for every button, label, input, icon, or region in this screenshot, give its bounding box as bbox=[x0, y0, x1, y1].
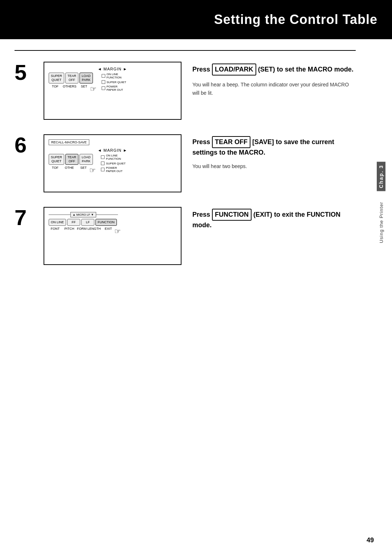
micro-lf-label: ▲ MICRO LF ▼ bbox=[70, 212, 96, 217]
label-font-7: FONT bbox=[49, 227, 62, 236]
indicator-label-online-5: ON LINEFUNCTION bbox=[107, 73, 122, 79]
recall-label: RECALL-MACRO-SAVE bbox=[49, 139, 89, 145]
step-6-text: Press TEAR OFF [SAVE] to save the curren… bbox=[192, 134, 356, 171]
tearoff-highlight: TEAR OFF bbox=[212, 136, 250, 148]
margin-label-6: ◄ MARGIN ► bbox=[49, 148, 176, 152]
step5-indicators: ON LINEFUNCTION SUPER QUIET POWERPAPER O… bbox=[102, 73, 126, 91]
label-pitch-7: PITCH bbox=[63, 227, 76, 236]
key-super-quiet-5: SUPERQUIET bbox=[49, 73, 64, 83]
indicator-box-sq-6 bbox=[101, 162, 105, 165]
step-7-row: 7 ▲ MICRO LF ▼ ON LINE FF LF FUNCTION FO… bbox=[15, 207, 356, 265]
key-function-7: FUNCTION bbox=[95, 219, 117, 226]
indicator-label-sq-6: SUPER QUIET bbox=[106, 162, 126, 165]
label-tof-5: TOF bbox=[49, 85, 62, 93]
chapter-label: Chap. 3 bbox=[377, 162, 385, 191]
indicator-label-power-6: POWERPAPER OUT bbox=[106, 166, 123, 173]
page-header: Setting the Control Table bbox=[0, 0, 392, 39]
step-6-number: 6 bbox=[15, 134, 33, 156]
indicator-box-sq-5 bbox=[102, 80, 105, 84]
margin-label-5: ◄ MARGIN ► bbox=[49, 67, 176, 71]
using-label: Using the Printer bbox=[379, 202, 384, 243]
step-5-heading: Press LOAD/PARK (SET) to set the MACRO m… bbox=[192, 64, 356, 76]
indicator-superquiet-6: SUPER QUIET bbox=[101, 162, 126, 165]
hand-icon-5: ☞ bbox=[90, 85, 97, 93]
step-6-diagram: RECALL-MACRO-SAVE ◄ MARGIN ► SUPERQUIET … bbox=[44, 134, 181, 192]
function-highlight: FUNCTION bbox=[212, 209, 252, 221]
top-divider bbox=[15, 50, 356, 51]
key-online-7: ON LINE bbox=[49, 219, 66, 226]
key-ff-7: FF bbox=[67, 219, 80, 226]
step-5-diagram: ◄ MARGIN ► SUPERQUIET TEAROFF LOADPARK T… bbox=[44, 62, 181, 120]
indicator-online-6: ON LINEFUNCTION bbox=[101, 154, 126, 160]
key-lf-7: LF bbox=[81, 219, 94, 226]
step5-key-labels: TOF OTHERS SET ☞ bbox=[49, 85, 97, 93]
step7-key-row: ON LINE FF LF FUNCTION bbox=[49, 219, 176, 226]
step-7-number: 7 bbox=[15, 207, 33, 229]
label-formlength-7: FORM LENGTH bbox=[77, 227, 101, 236]
step-7-heading: Press FUNCTION (EXIT) to exit the FUNCTI… bbox=[192, 209, 356, 230]
step6-indicators: ON LINEFUNCTION SUPER QUIET POWERPAPER O… bbox=[101, 154, 126, 173]
indicator-box-power-5 bbox=[102, 86, 105, 90]
label-set-6: SET bbox=[77, 166, 90, 175]
step-5-detail: You will hear a beep. The column indicat… bbox=[192, 81, 356, 97]
key-super-quiet-6: SUPERQUIET bbox=[49, 154, 64, 165]
hand-icon-6: ☞ bbox=[89, 166, 96, 175]
step5-key-row-1: SUPERQUIET TEAROFF LOADPARK bbox=[49, 73, 97, 83]
indicator-power-5: POWERPAPER OUT bbox=[102, 85, 126, 91]
key-tear-5: TEAROFF bbox=[65, 73, 78, 83]
step-5-text: Press LOAD/PARK (SET) to set the MACRO m… bbox=[192, 62, 356, 97]
step6-key-row-1: SUPERQUIET TEAROFF LOADPARK bbox=[49, 154, 96, 165]
key-load-park-6: LOADPARK bbox=[79, 154, 93, 165]
loadpark-highlight: LOAD/PARK bbox=[212, 64, 256, 76]
step-7-text: Press FUNCTION (EXIT) to exit the FUNCTI… bbox=[192, 207, 356, 235]
step-6-row: 6 RECALL-MACRO-SAVE ◄ MARGIN ► SUPERQUIE… bbox=[15, 134, 356, 192]
key-tear-6: TEAROFF bbox=[65, 154, 78, 165]
step-5-number: 5 bbox=[15, 62, 33, 83]
indicator-label-sq-5: SUPER QUIET bbox=[107, 81, 126, 84]
page-title: Setting the Control Table bbox=[214, 12, 377, 27]
label-tof-6: TOF bbox=[49, 166, 62, 175]
key-load-park-5: LOADPARK bbox=[79, 73, 93, 83]
indicator-label-online-6: ON LINEFUNCTION bbox=[106, 154, 121, 160]
step-6-detail: You will hear two beeps. bbox=[192, 162, 356, 170]
step7-key-labels: FONT PITCH FORM LENGTH EXIT ☞ bbox=[49, 227, 176, 236]
label-exit-7: EXIT bbox=[102, 227, 115, 236]
indicator-label-power-5: POWERPAPER OUT bbox=[107, 85, 123, 91]
step-7-diagram: ▲ MICRO LF ▼ ON LINE FF LF FUNCTION FONT… bbox=[44, 207, 181, 265]
label-set-5: SET bbox=[78, 85, 91, 93]
indicator-box-online-5 bbox=[102, 74, 105, 78]
hand-icon-7: ☞ bbox=[114, 227, 121, 236]
indicator-box-online-6 bbox=[101, 155, 105, 159]
indicator-online-5: ON LINEFUNCTION bbox=[102, 73, 126, 79]
label-others-6: OTHE bbox=[63, 166, 76, 175]
page-number: 49 bbox=[367, 536, 374, 544]
indicator-superquiet-5: SUPER QUIET bbox=[102, 80, 126, 84]
main-content: 5 ◄ MARGIN ► SUPERQUIET TEAROFF LOADPARK… bbox=[0, 39, 392, 290]
micro-lf-row: ▲ MICRO LF ▼ bbox=[49, 212, 176, 217]
indicator-box-power-6 bbox=[101, 168, 105, 171]
label-others-5: OTHERS bbox=[63, 85, 77, 93]
step-6-heading: Press TEAR OFF [SAVE] to save the curren… bbox=[192, 136, 356, 157]
right-sidebar: Chap. 3 Using the Printer bbox=[370, 39, 392, 366]
step-5-row: 5 ◄ MARGIN ► SUPERQUIET TEAROFF LOADPARK… bbox=[15, 62, 356, 120]
step6-key-labels: TOF OTHE SET ☞ bbox=[49, 166, 96, 175]
indicator-power-6: POWERPAPER OUT bbox=[101, 166, 126, 173]
